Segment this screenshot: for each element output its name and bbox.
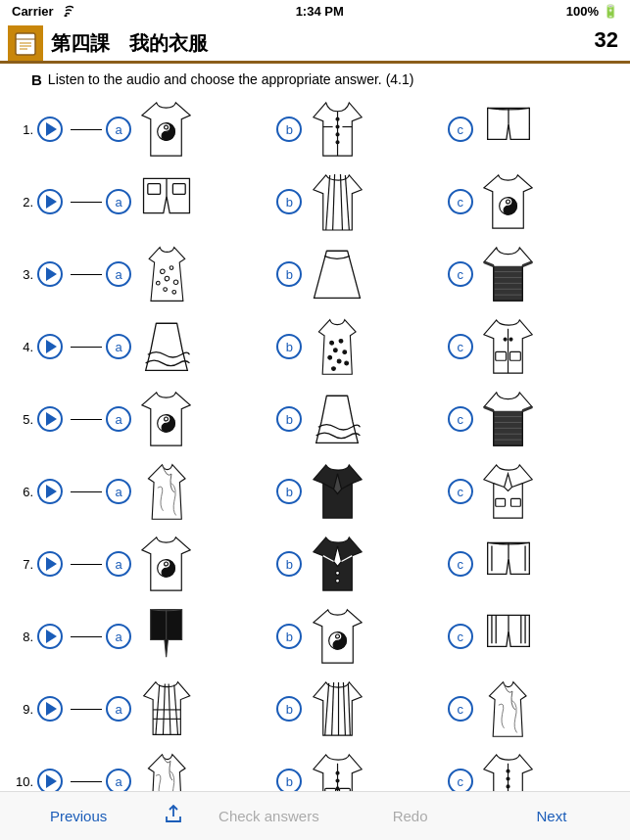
option-label-6c[interactable]: c	[448, 479, 473, 504]
clothing-6a	[133, 458, 200, 525]
svg-point-28	[170, 266, 173, 270]
exercise-row-3: 3. a b	[12, 239, 618, 309]
option-label-9b[interactable]: b	[276, 696, 302, 722]
play-button-5[interactable]	[37, 406, 63, 432]
option-1a: a	[106, 96, 276, 163]
clothing-1a	[133, 96, 200, 163]
svg-rect-68	[511, 498, 521, 506]
svg-line-21	[332, 174, 334, 230]
play-button-6[interactable]	[37, 479, 63, 504]
answer-line-8	[71, 636, 102, 637]
play-button-7[interactable]	[37, 551, 63, 577]
check-answers-button[interactable]: Check answers	[198, 800, 339, 832]
svg-point-0	[64, 15, 67, 18]
svg-point-31	[173, 280, 178, 285]
svg-rect-50	[496, 351, 507, 360]
option-label-4c[interactable]: c	[448, 334, 473, 359]
option-3c: c	[448, 241, 618, 307]
row-number-7: 7.	[12, 557, 33, 572]
play-button-2[interactable]	[37, 189, 63, 214]
play-button-3[interactable]	[37, 261, 63, 287]
option-label-3a[interactable]: a	[106, 261, 131, 287]
book-icon	[8, 25, 43, 61]
option-label-4a[interactable]: a	[106, 334, 131, 359]
option-label-1a[interactable]: a	[106, 117, 131, 142]
clothing-9c	[475, 676, 542, 742]
option-label-2b[interactable]: b	[276, 189, 302, 214]
clothing-7a	[133, 531, 200, 597]
share-button[interactable]	[149, 803, 198, 829]
battery-label: 100%	[566, 4, 599, 19]
previous-button[interactable]: Previous	[8, 800, 149, 832]
svg-point-8	[165, 134, 169, 138]
option-label-1c[interactable]: c	[448, 117, 473, 142]
row-number-6: 6.	[12, 485, 33, 499]
option-label-7b[interactable]: b	[276, 551, 302, 577]
exercise-row-9: 9. a b	[12, 674, 618, 744]
clothing-3a	[133, 241, 200, 307]
clothing-6c	[475, 458, 542, 525]
option-label-5c[interactable]: c	[448, 406, 473, 432]
option-label-6b[interactable]: b	[276, 479, 302, 504]
option-1b: b	[276, 96, 447, 163]
option-2a: a	[106, 168, 276, 235]
option-3b: b	[276, 241, 447, 307]
svg-point-101	[336, 779, 339, 782]
status-bar: Carrier 1:34 PM 100% 🔋	[0, 0, 630, 22]
option-label-8c[interactable]: c	[448, 624, 473, 649]
svg-point-71	[165, 571, 169, 575]
option-8b: b	[276, 603, 447, 670]
clothing-6b	[304, 458, 370, 525]
clothing-9a	[133, 676, 200, 742]
option-label-9c[interactable]: c	[448, 696, 473, 722]
option-8a: a	[106, 603, 276, 670]
svg-point-29	[165, 276, 170, 281]
svg-point-27	[160, 269, 165, 274]
option-label-1b[interactable]: b	[276, 117, 302, 142]
redo-button[interactable]: Redo	[340, 800, 481, 832]
option-label-9a[interactable]: a	[106, 696, 131, 722]
option-label-7c[interactable]: c	[448, 551, 473, 577]
wifi-icon	[58, 5, 73, 17]
clothing-3c	[475, 241, 542, 307]
option-2c: c	[448, 168, 618, 235]
option-label-8b[interactable]: b	[276, 624, 302, 649]
row-number-4: 4.	[12, 340, 33, 354]
answer-line-1	[71, 129, 102, 130]
clothing-4b	[304, 313, 370, 380]
play-button-8[interactable]	[37, 624, 63, 649]
option-label-8a[interactable]: a	[106, 624, 131, 649]
svg-point-109	[507, 785, 509, 788]
option-1c: c	[448, 96, 618, 163]
option-9c: c	[448, 676, 618, 742]
option-label-5b[interactable]: b	[276, 406, 302, 432]
play-button-4[interactable]	[37, 334, 63, 359]
option-label-2c[interactable]: c	[448, 189, 473, 214]
option-label-6a[interactable]: a	[106, 479, 131, 504]
exercise-row-7: 7. a b	[12, 529, 618, 599]
option-label-3b[interactable]: b	[276, 261, 302, 287]
option-label-7a[interactable]: a	[106, 551, 131, 577]
svg-line-97	[343, 682, 345, 735]
answer-line-6	[71, 491, 102, 492]
svg-point-107	[507, 770, 509, 772]
svg-point-108	[507, 777, 509, 780]
option-4c: c	[448, 313, 618, 380]
page-title: 第四課 我的衣服	[51, 30, 622, 57]
option-label-5a[interactable]: a	[106, 406, 131, 432]
svg-point-74	[335, 571, 339, 575]
next-button[interactable]: Next	[481, 800, 622, 832]
option-label-4b[interactable]: b	[276, 334, 302, 359]
svg-point-30	[156, 281, 160, 285]
main-content: B Listen to the audio and choose the app…	[0, 64, 630, 840]
play-button-9[interactable]	[37, 696, 63, 722]
svg-rect-1	[16, 33, 35, 55]
option-label-3c[interactable]: c	[448, 261, 473, 287]
svg-point-13	[336, 141, 339, 144]
option-label-2a[interactable]: a	[106, 189, 131, 214]
svg-line-95	[331, 682, 333, 735]
play-button-1[interactable]	[37, 117, 63, 142]
svg-point-55	[165, 417, 169, 421]
clothing-7b	[304, 531, 370, 597]
svg-point-12	[336, 133, 339, 136]
